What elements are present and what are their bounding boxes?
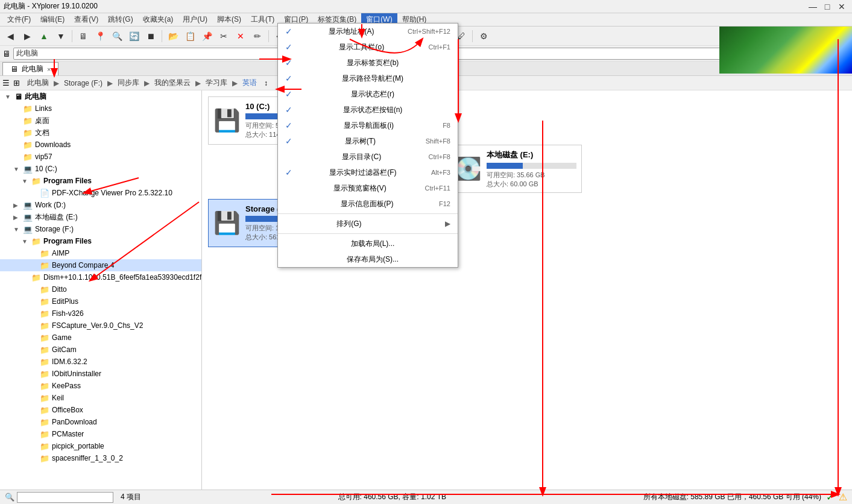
status-ok-icon: ✓ [826,491,834,503]
path-english[interactable]: 英语 [239,77,260,89]
dd-show-tabbar[interactable]: ✓ 显示标签页栏(b) [278,55,458,71]
delete-button[interactable]: ✕ [233,28,248,44]
dd-show-nav[interactable]: ✓ 显示导航面板(i) F8 [278,118,458,133]
dropdown-btn1[interactable]: ▼ [53,28,69,44]
menu-jump[interactable]: 跳转(G) [103,13,137,26]
expand-icon: ▼ [13,226,22,233]
tree-iobit[interactable]: 📁 IObitUninstaller [0,368,201,380]
tree-keil[interactable]: 📁 Keil [0,392,201,404]
tree-vip57[interactable]: 📁 vip57 [0,151,201,163]
addr-icon: 🖥 [2,49,11,58]
tree-idm[interactable]: 📁 IDM.6.32.2 [0,356,201,368]
path-menu-icon[interactable]: ☰ [2,78,10,87]
tree-beyond-compare[interactable]: 📁 Beyond Compare 4 [0,259,201,271]
forward-button[interactable]: ▶ [19,28,35,44]
drive-e-bar-container [487,163,576,169]
folder-button[interactable]: 📂 [165,28,181,44]
dd-label: 显示标签页栏(b) [347,58,399,68]
tree-dism[interactable]: 📁 Dism++10.1.1000.51B_6feef5fa1ea53930ec… [0,271,201,283]
home-button[interactable]: 🖥 [75,28,91,44]
dd-show-toolbar[interactable]: ✓ 显示工具栏(o) Ctrl+F1 [278,39,458,55]
minimize-button[interactable]: — [806,1,819,12]
dd-show-filter[interactable]: ✓ 显示实时过滤器栏(F) Alt+F3 [278,165,458,180]
refresh-button[interactable]: 🔄 [126,28,142,44]
path-arrow-icon[interactable]: ↕ [264,79,268,87]
menu-favorites[interactable]: 收藏夹(a) [138,13,178,26]
dd-arrange[interactable]: 排列(G) [278,216,458,232]
tab-close-btn[interactable]: × [47,66,51,73]
stop-button[interactable]: ⏹ [143,28,159,44]
dd-show-statusbtn[interactable]: ✓ 显示状态栏按钮(n) [278,102,458,118]
dd-show-tree[interactable]: ✓ 显示树(T) Shift+F8 [278,133,458,149]
copy-button[interactable]: 📋 [182,28,198,44]
tree-e[interactable]: ▶ 💻 本地磁盘 (E:) [0,211,201,223]
path-nutstore[interactable]: 我的坚果云 [151,77,194,89]
settings-button[interactable]: ⚙ [476,28,491,44]
menu-file[interactable]: 文件(F) [2,13,36,26]
dd-show-info[interactable]: 显示信息面板(P) F12 [278,196,458,212]
status-warn-icon: ⚠ [839,491,847,503]
rename-button[interactable]: ✏ [250,28,265,44]
tree-label: 此电脑 [25,92,46,102]
path-sync[interactable]: 同步库 [114,77,143,89]
tree-label: IObitUninstaller [52,370,101,378]
tree-pandownload[interactable]: 📁 PanDownload [0,416,201,428]
tree-c[interactable]: ▼ 💻 10 (C:) [0,163,201,175]
dropdown-menu: ✓ 显示地址栏(A) Ctrl+Shift+F12 ✓ 显示工具栏(o) Ctr… [277,23,458,268]
search-button[interactable]: 🔍 [109,28,125,44]
status-search-input[interactable] [17,492,113,503]
tree-programfiles-f[interactable]: ▼ 📁 Program Files [0,235,201,247]
tree-pdfviewer[interactable]: 📄 PDF-XChange Viewer Pro 2.5.322.10 [0,187,201,199]
tab-thispc[interactable]: 🖥 此电脑 × [2,62,58,75]
dd-show-catalog[interactable]: 显示目录(C) Ctrl+F8 [278,149,458,165]
paste-button[interactable]: 📌 [199,28,215,44]
dd-load-layout[interactable]: 加载布局(L)... [278,236,458,251]
folder-icon: 📁 [40,249,49,258]
cut-button[interactable]: ✂ [216,28,232,44]
tree-docs[interactable]: 📁 文档 [0,127,201,139]
dd-label: 显示状态栏按钮(n) [343,105,403,115]
dd-shortcut: Ctrl+Shift+F12 [408,28,450,35]
tree-pcmaster[interactable]: 📁 PCMaster [0,428,201,440]
dd-show-pathbar[interactable]: ✓ 显示路径导航栏(M) [278,71,458,86]
path-study[interactable]: 学习库 [202,77,231,89]
dd-show-preview[interactable]: 显示预览窗格(V) Ctrl+F11 [278,180,458,196]
tree-picpick[interactable]: 📁 picpick_portable [0,440,201,452]
tree-keepass[interactable]: 📁 KeePass [0,380,201,392]
tree-game[interactable]: 📁 Game [0,332,201,344]
dd-show-address[interactable]: ✓ 显示地址栏(A) Ctrl+Shift+F12 [278,24,458,39]
back-button[interactable]: ◀ [2,28,18,44]
tree-d[interactable]: ▶ 💻 Work (D:) [0,199,201,211]
menu-user[interactable]: 用户(U) [178,13,212,26]
up-button[interactable]: ▲ [36,28,52,44]
tree-links[interactable]: 📁 Links [0,102,201,115]
menu-script[interactable]: 脚本(S) [212,13,246,26]
close-button[interactable]: ✕ [835,1,848,12]
dd-show-statusbar[interactable]: ✓ 显示状态栏(r) [278,86,458,102]
folder-icon: 📁 [40,321,49,330]
tree-spacesniffer[interactable]: 📁 spacesniffer_1_3_0_2 [0,452,201,464]
tree-downloads[interactable]: 📁 Downloads [0,139,201,151]
menu-edit[interactable]: 编辑(E) [36,13,69,26]
tree-gitcam[interactable]: 📁 GitCam [0,344,201,356]
tree-fish[interactable]: 📁 Fish-v326 [0,307,201,320]
tree-ditto[interactable]: 📁 Ditto [0,283,201,295]
tree-editplus[interactable]: 📁 EditPlus [0,295,201,307]
menu-tools[interactable]: 工具(T) [246,13,279,26]
dd-save-layout[interactable]: 保存布局为(S)... [278,251,458,267]
maximize-button[interactable]: □ [821,1,834,12]
path-storage[interactable]: Storage (F:) [60,78,106,89]
tree-aimp[interactable]: 📁 AIMP [0,247,201,259]
drive-e-info: 本地磁盘 (E:) 可用空间: 35.66 GB 总大小: 60.00 GB [487,150,576,189]
tree-f[interactable]: ▼ 💻 Storage (F:) [0,223,201,235]
drive-e[interactable]: 💽 本地磁盘 (E:) 可用空间: 35.66 GB 总大小: 60.00 GB [449,145,582,193]
tree-thispc[interactable]: ▼ 🖥 此电脑 [0,90,201,102]
path-grid-icon[interactable]: ⊞ [13,78,20,87]
menu-view[interactable]: 查看(V) [69,13,103,26]
tree-fscapture[interactable]: 📁 FSCapture_Ver.9.0_Chs_V2 [0,320,201,332]
tree-officebox[interactable]: 📁 OfficeBox [0,404,201,416]
tree-programfiles-c[interactable]: ▼ 📁 Program Files [0,175,201,187]
tree-desktop[interactable]: 📁 桌面 [0,115,201,127]
location-button[interactable]: 📍 [92,28,108,44]
path-thispc[interactable]: 此电脑 [24,77,52,89]
